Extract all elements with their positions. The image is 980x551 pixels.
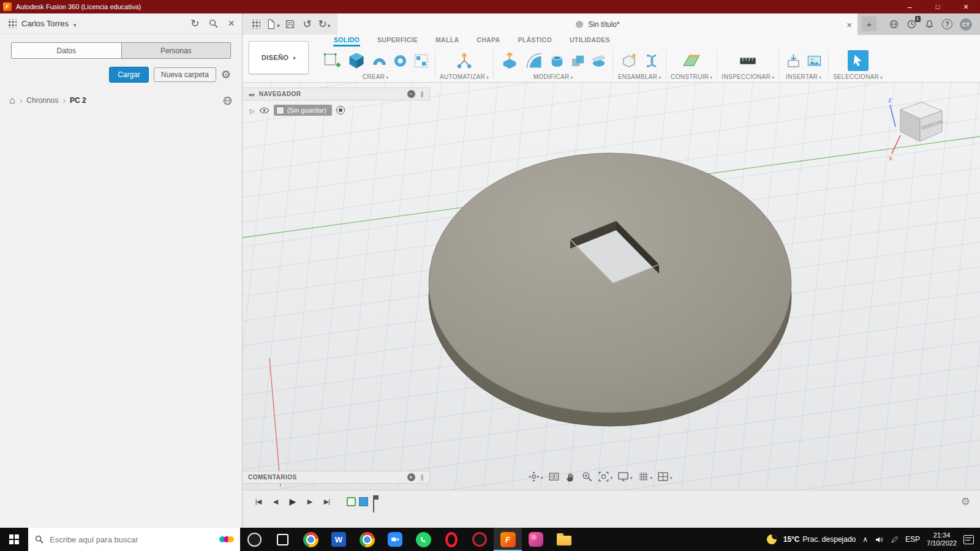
apps-grid-icon[interactable] [7, 19, 17, 28]
avatar[interactable]: CT [960, 18, 972, 31]
taskbar-app-dark[interactable] [240, 528, 268, 551]
weather-moon-icon[interactable] [767, 534, 777, 544]
measure-button[interactable] [736, 49, 760, 72]
group-label-modificar[interactable]: MODIFICAR [533, 73, 573, 80]
tab-datos[interactable]: Datos [12, 43, 121, 58]
undo-icon[interactable] [300, 16, 315, 33]
display-settings-button[interactable] [617, 470, 633, 483]
new-component-button[interactable] [617, 49, 641, 72]
taskbar-opera[interactable] [437, 528, 466, 551]
view-cube[interactable]: Z X DERECHA [887, 95, 954, 163]
timeline-step-back-button[interactable] [268, 495, 282, 508]
viewport-3d[interactable]: NAVEGADOR (Sin guardar) Z [243, 83, 980, 490]
document-node[interactable]: (Sin guardar) [274, 105, 332, 116]
insert-button[interactable] [783, 51, 803, 70]
press-pull-button[interactable] [498, 49, 521, 72]
canvas-image-button[interactable] [804, 51, 824, 70]
coil-button[interactable] [390, 51, 410, 70]
minimize-panel-icon[interactable] [407, 90, 415, 98]
timeline-playhead[interactable] [373, 495, 374, 512]
pan-hand-button[interactable] [565, 470, 576, 483]
tab-malla[interactable]: MALLA [435, 35, 459, 47]
taskbar-chrome[interactable] [296, 528, 325, 551]
activate-radio-icon[interactable] [336, 106, 345, 114]
speaker-icon[interactable] [875, 535, 884, 544]
timeline-extrude-feature-icon[interactable] [359, 497, 368, 506]
look-at-button[interactable] [548, 470, 560, 483]
taskbar-explorer[interactable] [550, 528, 578, 551]
taskbar-word[interactable]: W [325, 528, 353, 551]
joint-button[interactable] [642, 51, 662, 70]
timeline-settings-gear-icon[interactable] [961, 495, 970, 508]
taskbar-task-view[interactable] [268, 528, 296, 551]
group-label-inspeccionar[interactable]: INSPECCIONAR [722, 73, 774, 80]
group-label-crear[interactable]: CREAR [363, 73, 389, 80]
timeline-sketch-feature-icon[interactable] [347, 497, 356, 506]
orbit-button[interactable] [528, 470, 543, 483]
taskbar-pink-app[interactable] [522, 528, 550, 551]
tab-chapa[interactable]: CHAPA [476, 35, 500, 47]
language-indicator[interactable]: ESP [905, 535, 920, 544]
zoom-button[interactable] [581, 470, 593, 483]
shared-globe-icon[interactable] [222, 96, 233, 106]
new-tab-button[interactable] [862, 17, 876, 31]
comments-header[interactable]: COMENTARIOS [243, 471, 430, 484]
close-panel-icon[interactable] [228, 17, 235, 30]
taskbar-opera-gx[interactable] [466, 528, 494, 551]
taskbar-search[interactable] [28, 528, 240, 551]
expand-triangle-icon[interactable] [250, 105, 255, 116]
upload-button[interactable]: Cargar [109, 67, 149, 83]
shell-button[interactable] [547, 51, 567, 70]
refresh-icon[interactable] [190, 17, 199, 30]
tab-close-icon[interactable] [846, 19, 852, 29]
timeline-skip-end-button[interactable] [320, 495, 334, 508]
box-button[interactable] [345, 49, 368, 72]
pen-icon[interactable] [891, 536, 899, 544]
new-folder-button[interactable]: Nueva carpeta [154, 67, 216, 82]
breadcrumb-project[interactable]: Chronnos [26, 96, 58, 105]
panel-grip-icon[interactable] [421, 474, 424, 481]
tab-personas[interactable]: Personas [121, 43, 231, 58]
notifications-bell-icon[interactable] [924, 19, 935, 29]
redo-icon[interactable] [317, 16, 332, 33]
notification-center-icon[interactable] [963, 535, 974, 544]
select-tool-button[interactable] [848, 50, 869, 71]
maximize-button[interactable] [924, 0, 952, 13]
sweep-button[interactable] [369, 51, 389, 70]
extensions-globe-icon[interactable] [889, 19, 899, 29]
home-icon[interactable] [9, 95, 15, 106]
taskbar-whatsapp[interactable] [409, 528, 437, 551]
group-label-seleccionar[interactable]: SELECCIONAR [833, 73, 883, 80]
job-status-clock-icon[interactable]: 1 [907, 19, 917, 29]
tray-expand-icon[interactable] [862, 535, 868, 544]
breadcrumb-folder[interactable]: PC 2 [70, 96, 86, 105]
document-tab[interactable]: Sin título* [337, 13, 858, 35]
search-input[interactable] [50, 535, 216, 544]
weather-widget[interactable]: 15°CPrac. despejado [783, 535, 856, 544]
split-button[interactable] [589, 51, 608, 70]
fit-view-button[interactable] [598, 470, 613, 483]
start-button[interactable] [0, 528, 28, 551]
chevron-down-icon[interactable] [74, 18, 77, 29]
create-sketch-button[interactable] [320, 49, 344, 72]
group-label-construir[interactable]: CONSTRUIR [671, 73, 712, 80]
clock-widget[interactable]: 21:34 7/10/2022 [927, 531, 957, 547]
group-label-automatizar[interactable]: AUTOMATIZAR [440, 73, 489, 80]
automate-button[interactable] [453, 49, 476, 72]
search-icon[interactable] [208, 18, 219, 29]
settings-gear-icon[interactable] [221, 68, 231, 81]
tab-plastico[interactable]: PLÁSTICO [517, 35, 552, 47]
add-comment-icon[interactable] [407, 473, 415, 481]
workspace-selector[interactable]: DISEÑO [249, 41, 309, 74]
taskbar-browser[interactable] [353, 528, 381, 551]
pattern-button[interactable] [411, 51, 431, 70]
help-icon[interactable] [942, 19, 952, 29]
grid-settings-button[interactable] [638, 470, 653, 483]
new-file-icon[interactable] [265, 16, 281, 33]
construction-plane-button[interactable] [680, 49, 703, 72]
file-grid-icon[interactable] [248, 16, 263, 33]
tab-utilidades[interactable]: UTILIDADES [569, 35, 611, 47]
save-icon[interactable] [282, 16, 298, 33]
viewports-button[interactable] [657, 470, 673, 483]
user-name[interactable]: Carlos Torres [21, 19, 69, 28]
